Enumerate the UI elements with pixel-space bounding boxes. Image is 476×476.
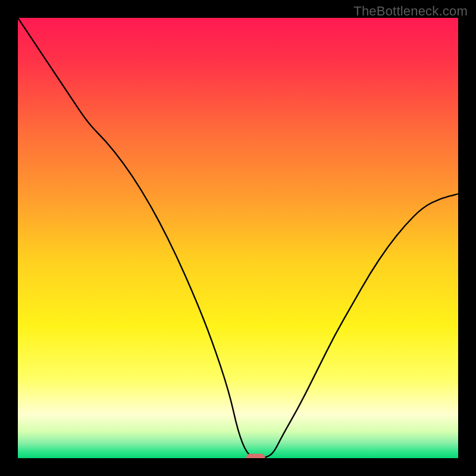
attribution-label: TheBottleneck.com xyxy=(353,4,468,19)
optimal-marker xyxy=(246,454,265,458)
plot-svg xyxy=(18,18,458,458)
chart-container: TheBottleneck.com xyxy=(0,0,476,476)
plot-frame xyxy=(18,18,458,458)
gradient-background xyxy=(18,18,458,458)
